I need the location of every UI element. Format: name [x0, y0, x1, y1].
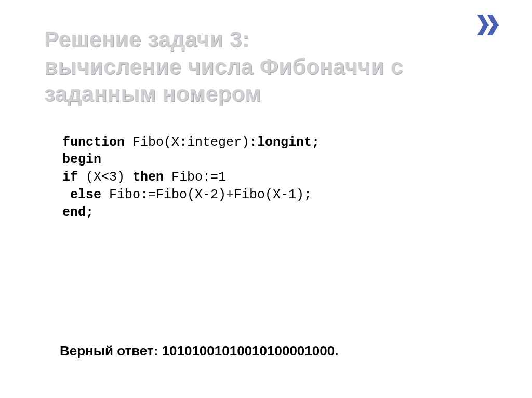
code-keyword: end;	[62, 205, 94, 220]
code-text: Fibo(X:integer):	[125, 135, 257, 150]
code-keyword: then	[132, 170, 164, 185]
chevron-icon	[490, 15, 503, 35]
slide-container: Решение задачи 3:вычисление числа Фибона…	[0, 0, 532, 398]
code-text: (X<3)	[78, 170, 132, 185]
code-text: Fibo:=Fibo(X-2)+Fibo(X-1);	[101, 187, 312, 202]
code-keyword: function	[62, 135, 125, 150]
code-keyword: else	[70, 187, 101, 202]
answer-text: Верный ответ: 10101001010010100001000.	[60, 343, 338, 359]
slide-title: Решение задачи 3:вычисление числа Фибона…	[44, 26, 501, 108]
code-keyword: begin	[62, 152, 101, 167]
code-keyword: longint;	[257, 135, 320, 150]
code-keyword: if	[62, 170, 78, 185]
code-text: Fibo:=1	[164, 170, 226, 185]
decoration-chevrons	[484, 15, 503, 35]
code-block: function Fibo(X:integer):longint; begin …	[62, 134, 501, 222]
code-text	[62, 187, 70, 202]
